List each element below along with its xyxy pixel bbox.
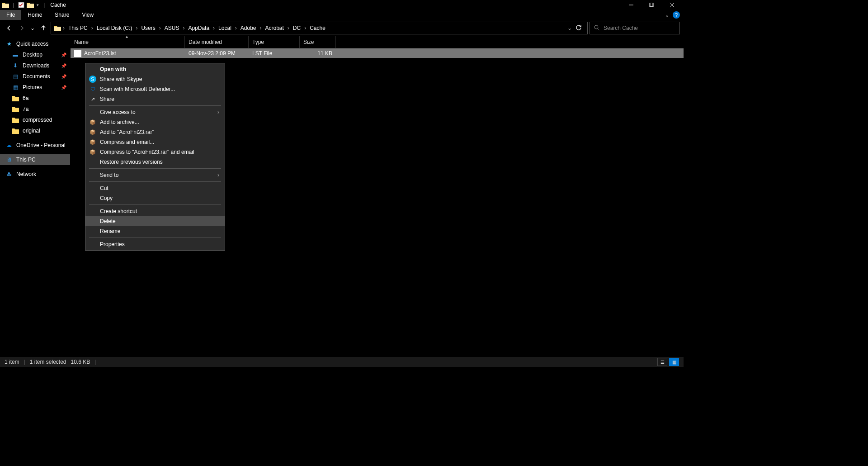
column-name[interactable]: Name ▲ xyxy=(71,36,185,48)
sidebar-item-desktop[interactable]: ▬ Desktop 📌 xyxy=(0,49,70,60)
chevron-right-icon[interactable]: › xyxy=(158,25,162,31)
ribbon-tab-home[interactable]: Home xyxy=(21,10,48,20)
status-selected-size: 10.6 KB xyxy=(71,359,90,365)
minimize-button[interactable] xyxy=(621,0,641,10)
search-input[interactable]: Search Cache xyxy=(590,22,680,34)
chevron-right-icon[interactable]: › xyxy=(287,25,290,31)
qat-folder-icon[interactable] xyxy=(27,1,34,9)
file-row[interactable]: AcroFnt23.lst 09-Nov-23 2:09 PM LST File… xyxy=(71,48,684,58)
view-details-button[interactable]: ☰ xyxy=(657,358,667,366)
pin-icon: 📌 xyxy=(61,52,66,57)
pc-icon: 🖥 xyxy=(5,156,13,163)
maximize-button[interactable] xyxy=(641,0,661,10)
nav-recent-dropdown[interactable]: ⌄ xyxy=(29,25,36,31)
sidebar-item-onedrive[interactable]: ☁ OneDrive - Personal xyxy=(0,140,70,151)
window-title: Cache xyxy=(50,2,66,8)
breadcrumb-segment[interactable]: Local Disk (C:) xyxy=(94,25,135,31)
sidebar-label: This PC xyxy=(16,157,36,163)
sidebar-item-compressed[interactable]: compressed xyxy=(0,114,70,125)
menu-label: Scan with Microsoft Defender... xyxy=(100,86,175,92)
sidebar-item-pictures[interactable]: ▦ Pictures 📌 xyxy=(0,82,70,93)
menu-label: Send to xyxy=(100,172,118,178)
menu-compress-rar-email[interactable]: 📦 Compress to "AcroFnt23.rar" and email xyxy=(85,147,225,157)
menu-add-rar[interactable]: 📦 Add to "AcroFnt23.rar" xyxy=(85,127,225,137)
menu-compress-email[interactable]: 📦 Compress and email... xyxy=(85,137,225,147)
breadcrumb-segment[interactable]: AppData xyxy=(185,25,212,31)
svg-point-6 xyxy=(594,25,598,29)
nav-back-button[interactable] xyxy=(4,23,14,33)
breadcrumb-segment[interactable]: This PC xyxy=(66,25,90,31)
breadcrumb-segment[interactable]: Adobe xyxy=(238,25,259,31)
defender-icon: 🛡 xyxy=(89,86,96,93)
breadcrumb-segment[interactable]: Cache xyxy=(307,25,328,31)
sidebar-item-quick-access[interactable]: ★ Quick access xyxy=(0,38,70,49)
ribbon-tab-file[interactable]: File xyxy=(0,10,21,20)
menu-copy[interactable]: Copy xyxy=(85,193,225,203)
skype-icon: S xyxy=(89,76,96,83)
menu-open-with[interactable]: Open with xyxy=(85,64,225,74)
chevron-right-icon[interactable]: › xyxy=(62,25,66,31)
breadcrumb-segment[interactable]: Local xyxy=(216,25,234,31)
qat-dropdown-icon[interactable]: ▾ xyxy=(36,3,40,7)
menu-add-archive[interactable]: 📦 Add to archive... xyxy=(85,117,225,127)
menu-scan-defender[interactable]: 🛡 Scan with Microsoft Defender... xyxy=(85,84,225,94)
sidebar-item-7a[interactable]: 7a xyxy=(0,104,70,114)
file-type: LST File xyxy=(249,50,300,57)
nav-up-button[interactable] xyxy=(38,23,49,33)
sidebar-item-this-pc[interactable]: 🖥 This PC xyxy=(0,154,70,165)
sidebar-label: Network xyxy=(16,171,36,177)
address-folder-icon xyxy=(53,24,62,33)
menu-give-access[interactable]: Give access to › xyxy=(85,107,225,117)
address-dropdown-icon[interactable]: ⌄ xyxy=(567,25,572,31)
help-button[interactable]: ? xyxy=(673,11,680,19)
sidebar-item-original[interactable]: original xyxy=(0,125,70,136)
menu-properties[interactable]: Properties xyxy=(85,239,225,249)
status-separator: | xyxy=(94,359,96,365)
close-button[interactable] xyxy=(661,0,682,10)
qat-properties-icon[interactable] xyxy=(18,1,25,9)
menu-label: Add to "AcroFnt23.rar" xyxy=(100,129,154,135)
breadcrumb-segment[interactable]: DC xyxy=(290,25,303,31)
chevron-right-icon[interactable]: › xyxy=(182,25,185,31)
breadcrumb-segment[interactable]: ASUS xyxy=(162,25,182,31)
sidebar-item-downloads[interactable]: ⬇ Downloads 📌 xyxy=(0,60,70,71)
chevron-right-icon[interactable]: › xyxy=(90,25,94,31)
ribbon-tab-view[interactable]: View xyxy=(75,10,100,20)
chevron-right-icon[interactable]: › xyxy=(135,25,138,31)
menu-create-shortcut[interactable]: Create shortcut xyxy=(85,206,225,216)
breadcrumb-segment[interactable]: Users xyxy=(138,25,158,31)
cloud-icon: ☁ xyxy=(5,142,13,149)
menu-label: Give access to xyxy=(100,109,136,115)
menu-delete[interactable]: Delete xyxy=(85,216,225,226)
ribbon-tab-share[interactable]: Share xyxy=(48,10,75,20)
sidebar-item-network[interactable]: 🖧 Network xyxy=(0,169,70,180)
column-size[interactable]: Size xyxy=(300,36,336,48)
menu-share[interactable]: ↗ Share xyxy=(85,94,225,104)
pictures-icon: ▦ xyxy=(12,84,19,91)
view-thumbnails-button[interactable]: ▦ xyxy=(669,358,679,366)
nav-forward-button[interactable] xyxy=(16,23,27,33)
sidebar-label: 6a xyxy=(23,95,28,101)
column-date[interactable]: Date modified xyxy=(185,36,249,48)
chevron-right-icon[interactable]: › xyxy=(259,25,263,31)
desktop-icon: ▬ xyxy=(12,51,19,58)
chevron-right-icon[interactable]: › xyxy=(212,25,216,31)
menu-send-to[interactable]: Send to › xyxy=(85,170,225,180)
menu-cut[interactable]: Cut xyxy=(85,183,225,193)
sidebar-item-6a[interactable]: 6a xyxy=(0,93,70,104)
star-icon: ★ xyxy=(5,40,13,48)
ribbon-expand-icon[interactable]: ⌄ xyxy=(665,12,669,18)
menu-separator xyxy=(89,204,221,205)
sidebar-item-documents[interactable]: ▤ Documents 📌 xyxy=(0,71,70,82)
refresh-button[interactable] xyxy=(576,24,582,32)
breadcrumb-segment[interactable]: Acrobat xyxy=(263,25,287,31)
folder-icon xyxy=(12,105,19,113)
menu-rename[interactable]: Rename xyxy=(85,226,225,236)
column-type[interactable]: Type xyxy=(249,36,300,48)
menu-restore-versions[interactable]: Restore previous versions xyxy=(85,157,225,167)
chevron-right-icon[interactable]: › xyxy=(303,25,307,31)
chevron-right-icon[interactable]: › xyxy=(234,25,238,31)
address-bar[interactable]: › This PC›Local Disk (C:)›Users›ASUS›App… xyxy=(51,22,588,34)
menu-share-skype[interactable]: S Share with Skype xyxy=(85,74,225,84)
sidebar-label: Quick access xyxy=(16,41,48,47)
